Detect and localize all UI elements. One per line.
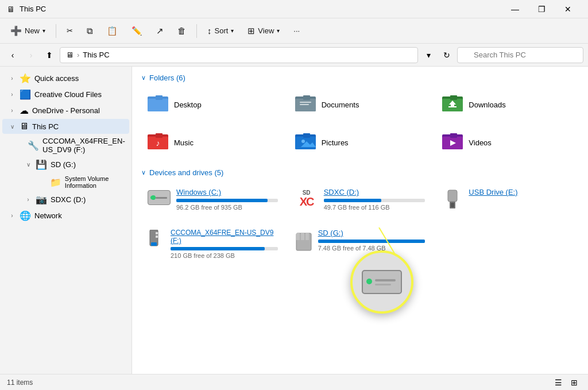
drive-free-d: 49.7 GB free of 116 GB bbox=[324, 204, 425, 211]
svg-rect-16 bbox=[156, 133, 163, 138]
magnifier-overlay bbox=[350, 250, 413, 314]
up-button[interactable]: ⬆ bbox=[41, 47, 57, 63]
sidebar-label-network: Network bbox=[34, 211, 62, 220]
folder-item-documents[interactable]: Documents bbox=[289, 88, 432, 121]
folders-section-header[interactable]: ∨ Folders (6) bbox=[141, 74, 579, 82]
close-button[interactable]: ✕ bbox=[555, 0, 581, 18]
chevron-icon: › bbox=[8, 213, 16, 219]
chevron-icon: › bbox=[8, 91, 16, 98]
folders-chevron-icon: ∨ bbox=[141, 74, 146, 82]
downloads-folder-icon bbox=[442, 93, 463, 116]
magnified-sd-icon bbox=[361, 269, 403, 295]
new-button[interactable]: ➕ New ▾ bbox=[5, 22, 51, 39]
svg-rect-2 bbox=[156, 95, 163, 100]
svg-rect-20 bbox=[303, 133, 310, 138]
statusbar-view-controls: ☰ ⊞ bbox=[551, 376, 581, 389]
folder-item-downloads[interactable]: Downloads bbox=[436, 88, 579, 121]
titlebar: 🖥 This PC — ❐ ✕ bbox=[0, 0, 588, 18]
refresh-button[interactable]: ↻ bbox=[439, 47, 455, 63]
cccoma-icon: 🔧 bbox=[28, 140, 39, 151]
drive-free-f: 210 GB free of 238 GB bbox=[171, 252, 278, 259]
sidebar-item-sdxc-d[interactable]: › 📷 SDXC (D:) bbox=[18, 192, 129, 207]
folder-name-desktop: Desktop bbox=[174, 101, 202, 109]
chevron-icon: › bbox=[8, 75, 16, 82]
delete-button[interactable]: 🗑 bbox=[172, 23, 192, 38]
svg-rect-29 bbox=[451, 203, 454, 207]
sidebar-item-onedrive[interactable]: › ☁ OneDrive - Personal bbox=[2, 103, 129, 118]
sidebar-item-this-pc[interactable]: ∨ 🖥 This PC bbox=[2, 119, 129, 134]
onedrive-icon: ☁ bbox=[20, 105, 29, 116]
pictures-folder-icon bbox=[295, 131, 316, 154]
sidebar-item-network[interactable]: › 🌐 Network bbox=[2, 208, 129, 223]
desktop-folder-icon bbox=[148, 93, 168, 116]
addressbar: ‹ › ⬆ 🖥 › This PC ▾ ↻ 🔍 bbox=[0, 44, 588, 67]
folders-header-text: Folders (6) bbox=[149, 74, 185, 82]
toolbar-separator-2 bbox=[196, 24, 197, 38]
folder-item-music[interactable]: ♪ Music bbox=[141, 126, 284, 159]
rename-icon: ✏️ bbox=[131, 26, 142, 36]
svg-rect-12 bbox=[451, 105, 454, 106]
minimize-button[interactable]: — bbox=[502, 0, 528, 18]
statusbar: 11 items ☰ ⊞ bbox=[0, 374, 588, 390]
sidebar-item-sys-vol[interactable]: 📁 System Volume Information bbox=[34, 173, 129, 191]
drive-item-usb-e[interactable]: USB Drive (E:) bbox=[436, 183, 579, 219]
drive-info-f: CCCOMA_X64FRE_EN-US_DV9 (F:) 210 GB free… bbox=[171, 229, 278, 259]
svg-rect-10 bbox=[450, 95, 457, 100]
folder-item-videos[interactable]: Videos bbox=[436, 126, 579, 159]
sidebar-item-cccoma[interactable]: 🔧 CCCOMA_X64FRE_EN-US_DV9 (F:) bbox=[18, 134, 129, 156]
drive-free-c: 96.2 GB free of 935 GB bbox=[176, 204, 278, 211]
svg-rect-13 bbox=[448, 106, 457, 107]
maximize-button[interactable]: ❐ bbox=[528, 0, 555, 18]
folder-name-pictures: Pictures bbox=[322, 138, 349, 147]
chevron-open-icon: ∨ bbox=[24, 161, 32, 168]
svg-rect-5 bbox=[303, 95, 310, 100]
svg-point-40 bbox=[366, 279, 372, 284]
more-button[interactable]: ··· bbox=[288, 24, 305, 38]
path-text: This PC bbox=[83, 51, 109, 59]
folder-item-desktop[interactable]: Desktop bbox=[141, 88, 284, 121]
star-icon: ⭐ bbox=[20, 73, 31, 84]
sort-chevron-icon: ▾ bbox=[231, 28, 234, 34]
address-path[interactable]: 🖥 › This PC bbox=[60, 47, 418, 63]
cccoma-drive-icon bbox=[148, 230, 165, 254]
view-chevron-icon: ▾ bbox=[277, 28, 280, 34]
drive-name-c: Windows (C:) bbox=[176, 188, 278, 196]
connector-line bbox=[362, 227, 408, 262]
sort-button[interactable]: ↕ Sort ▾ bbox=[202, 23, 239, 38]
folder-name-videos: Videos bbox=[469, 138, 492, 147]
paste-icon: 📋 bbox=[107, 26, 118, 36]
drive-item-cccoma-f[interactable]: CCCOMA_X64FRE_EN-US_DV9 (F:) 210 GB free… bbox=[141, 223, 284, 264]
drive-item-sdxc-d[interactable]: SD XC SDXC (D:) 49.7 GB free of 116 GB bbox=[289, 183, 432, 219]
search-input[interactable] bbox=[457, 47, 583, 63]
sidebar-item-quick-access[interactable]: › ⭐ Quick access bbox=[2, 71, 129, 86]
paste-button[interactable]: 📋 bbox=[101, 23, 123, 39]
grid-view-button[interactable]: ⊞ bbox=[567, 376, 581, 389]
svg-rect-6 bbox=[300, 102, 311, 103]
view-icon: ⊞ bbox=[247, 26, 255, 36]
rename-button[interactable]: ✏️ bbox=[126, 23, 148, 39]
sidebar-item-creative-cloud[interactable]: › 🟦 Creative Cloud Files bbox=[2, 87, 129, 102]
toolbar-separator-1 bbox=[56, 24, 56, 38]
list-view-button[interactable]: ☰ bbox=[551, 376, 565, 389]
drives-section-header[interactable]: ∨ Devices and drives (5) bbox=[141, 168, 579, 177]
svg-rect-32 bbox=[156, 232, 158, 234]
videos-folder-icon bbox=[442, 131, 463, 154]
sidebar-sub-this-pc: 🔧 CCCOMA_X64FRE_EN-US_DV9 (F:) ∨ 💾 SD (G… bbox=[0, 134, 131, 207]
item-count: 11 items bbox=[7, 379, 33, 387]
folder-item-pictures[interactable]: Pictures bbox=[289, 126, 432, 159]
share-button[interactable]: ↗ bbox=[150, 23, 169, 39]
copy-button[interactable]: ⧉ bbox=[81, 23, 99, 39]
forward-button[interactable]: › bbox=[23, 47, 39, 63]
drive-item-windows-c[interactable]: Windows (C:) 96.2 GB free of 935 GB bbox=[141, 183, 284, 219]
drives-header-text: Devices and drives (5) bbox=[149, 168, 223, 177]
cut-button[interactable]: ✂ bbox=[61, 24, 79, 38]
back-button[interactable]: ‹ bbox=[5, 47, 21, 63]
view-button[interactable]: ⊞ View ▾ bbox=[242, 23, 285, 39]
folder-icon: 🖥 bbox=[66, 51, 74, 59]
svg-text:♪: ♪ bbox=[156, 138, 160, 148]
svg-rect-31 bbox=[151, 242, 157, 246]
svg-rect-1 bbox=[148, 99, 168, 111]
drive-info-d: SDXC (D:) 49.7 GB free of 116 GB bbox=[324, 188, 425, 211]
sidebar-item-sd-g[interactable]: ∨ 💾 SD (G:) bbox=[18, 157, 129, 172]
dropdown-button[interactable]: ▾ bbox=[420, 47, 436, 63]
